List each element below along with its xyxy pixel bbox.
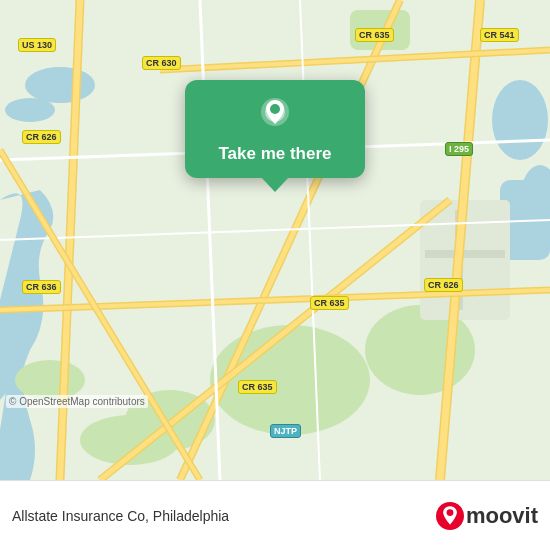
- bottom-bar: Allstate Insurance Co, Philadelphia moov…: [0, 480, 550, 550]
- moovit-logo: moovit: [436, 502, 538, 530]
- svg-point-2: [5, 98, 55, 122]
- svg-point-19: [446, 509, 453, 516]
- svg-rect-14: [425, 250, 505, 258]
- route-label-cr636: CR 636: [22, 280, 61, 294]
- moovit-pin-icon: [442, 506, 458, 526]
- route-label-cr541: CR 541: [480, 28, 519, 42]
- route-label-i295: I 295: [445, 142, 473, 156]
- bottom-left-section: Allstate Insurance Co, Philadelphia: [12, 508, 436, 524]
- route-label-cr626-right: CR 626: [424, 278, 463, 292]
- svg-point-11: [15, 360, 85, 400]
- route-label-cr635-top: CR 635: [355, 28, 394, 42]
- moovit-text: moovit: [466, 503, 538, 529]
- svg-point-3: [492, 80, 548, 160]
- location-name: Allstate Insurance Co, Philadelphia: [12, 508, 436, 524]
- route-label-cr630: CR 630: [142, 56, 181, 70]
- take-me-there-button[interactable]: Take me there: [185, 80, 365, 178]
- route-label-cr626-left: CR 626: [22, 130, 61, 144]
- route-label-njtp: NJTP: [270, 424, 301, 438]
- route-label-cr635-mid: CR 635: [310, 296, 349, 310]
- popup-label: Take me there: [218, 144, 331, 164]
- map-view[interactable]: US 130 CR 630 CR 635 CR 541 CR 626 I 295…: [0, 0, 550, 480]
- location-pin-icon: [255, 96, 295, 136]
- map-svg: [0, 0, 550, 480]
- copyright-text: © OpenStreetMap contributors: [6, 395, 148, 408]
- svg-point-18: [270, 104, 280, 114]
- moovit-icon: [436, 502, 464, 530]
- svg-point-1: [25, 67, 95, 103]
- route-label-cr635-bot: CR 635: [238, 380, 277, 394]
- route-label-us130: US 130: [18, 38, 56, 52]
- svg-point-6: [210, 325, 370, 435]
